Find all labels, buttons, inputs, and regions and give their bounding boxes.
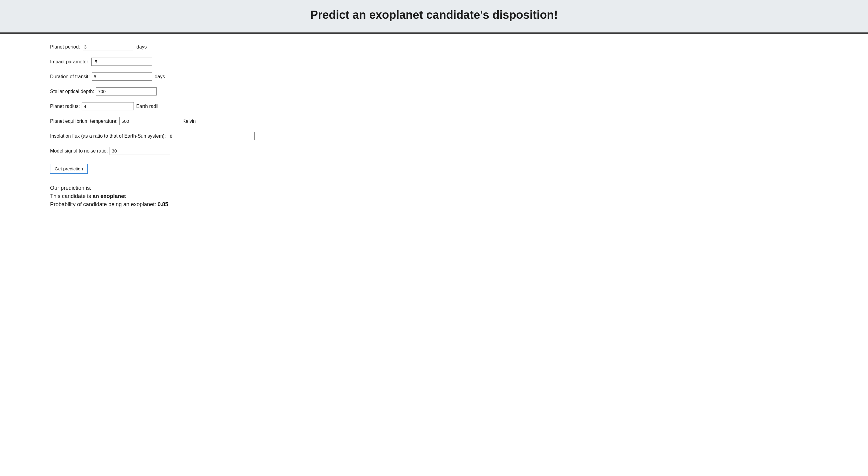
form-row-duration-of-transit: Duration of transit: days [50,72,818,81]
label-stellar-optical-depth: Stellar optical depth: [50,89,94,94]
form-row-model-signal-noise: Model signal to noise ratio: [50,147,818,155]
get-prediction-button[interactable]: Get prediction [50,164,87,173]
form-row-planet-equilibrium-temperature: Planet equilibrium temperature: Kelvin [50,117,818,125]
input-model-signal-noise[interactable] [110,147,170,155]
our-prediction-label: Our prediction is: [50,185,818,191]
form-row-planet-period: Planet period: days [50,43,818,51]
input-stellar-optical-depth[interactable] [96,87,157,96]
input-duration-of-transit[interactable] [92,72,152,81]
unit-planet-radius: Earth radii [136,104,158,109]
label-impact-parameter: Impact parameter: [50,59,90,65]
form-row-impact-parameter: Impact parameter: [50,58,818,66]
input-insolation-flux[interactable] [168,132,255,140]
form-row-planet-radius: Planet radius: Earth radii [50,102,818,110]
label-planet-equilibrium-temperature: Planet equilibrium temperature: [50,118,118,124]
form-row-insolation-flux: Insolation flux (as a ratio to that of E… [50,132,818,140]
label-insolation-flux: Insolation flux (as a ratio to that of E… [50,133,166,139]
unit-planet-period: days [136,44,147,50]
label-planet-radius: Planet radius: [50,104,80,109]
header: Predict an exoplanet candidate's disposi… [0,0,868,34]
candidate-prefix: This candidate is [50,193,93,199]
probability-text: Probability of candidate being an exopla… [50,201,818,208]
probability-prefix: Probability of candidate being an exopla… [50,201,157,207]
label-duration-of-transit: Duration of transit: [50,74,90,79]
unit-planet-equilibrium-temperature: Kelvin [182,118,196,124]
input-planet-radius[interactable] [82,102,134,110]
unit-duration-of-transit: days [155,74,165,79]
page-title: Predict an exoplanet candidate's disposi… [12,8,856,22]
input-planet-period[interactable] [82,43,134,51]
label-planet-period: Planet period: [50,44,80,50]
candidate-type-text: This candidate is an exoplanet [50,193,818,200]
probability-bold: 0.85 [157,201,168,207]
input-impact-parameter[interactable] [91,58,152,66]
form-row-stellar-optical-depth: Stellar optical depth: [50,87,818,96]
main-content: Planet period: days Impact parameter: Du… [0,34,868,218]
prediction-result: Our prediction is: This candidate is an … [50,185,818,208]
label-model-signal-noise: Model signal to noise ratio: [50,148,108,154]
candidate-bold: an exoplanet [93,193,126,199]
input-planet-equilibrium-temperature[interactable] [119,117,180,125]
